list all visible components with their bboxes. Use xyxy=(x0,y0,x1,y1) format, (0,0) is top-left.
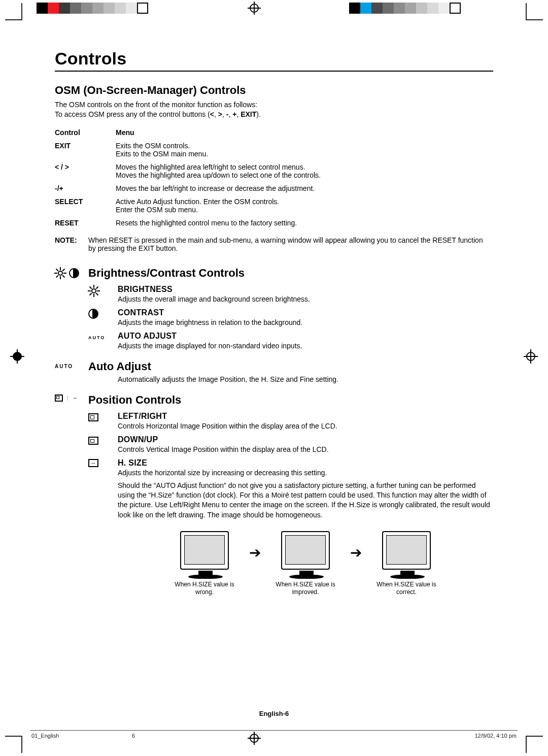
row-menu: Exits the OSM controls. Exits to the OSM… xyxy=(116,142,493,158)
monitor-icon xyxy=(281,531,330,570)
sub-contrast: CONTRAST Adjusts the image brightness in… xyxy=(88,308,493,326)
note-text: When RESET is pressed in the main and su… xyxy=(88,236,493,252)
row-menu: Active Auto Adjust function. Enter the O… xyxy=(116,198,493,214)
table-row: EXIT Exits the OSM controls. Exits to th… xyxy=(55,142,493,158)
osm-note: NOTE: When RESET is pressed in the main … xyxy=(55,236,493,252)
down-up-icon xyxy=(88,437,98,445)
auto-icon: AUTO xyxy=(55,364,73,369)
row-control: < / > xyxy=(55,163,116,179)
fig-caption: When H.SIZE value is improved. xyxy=(270,581,341,596)
section-title: Brightness/Contrast Controls xyxy=(88,267,493,280)
sub-desc: Controls Vertical Image Position within … xyxy=(118,445,493,453)
table-row: -/+ Moves the bar left/right to increase… xyxy=(55,184,493,192)
table-row: SELECT Active Auto Adjust function. Ente… xyxy=(55,198,493,214)
table-row: < / > Moves the highlighted area left/ri… xyxy=(55,163,493,179)
sub-auto-adjust: AUTO AUTO ADJUST Adjusts the image displ… xyxy=(88,332,493,350)
crop-mark xyxy=(526,736,543,753)
contrast-icon xyxy=(69,268,79,278)
sub-desc: Adjusts the image brightness in relation… xyxy=(118,318,493,326)
sub-desc: Adjusts the horizontal size by increasin… xyxy=(118,469,493,477)
page-number: English-6 xyxy=(0,710,548,717)
registration-cross-icon xyxy=(248,732,261,745)
table-row: RESET Resets the highlighted control men… xyxy=(55,219,493,227)
sub-title: AUTO ADJUST xyxy=(118,332,493,341)
monitor-icon xyxy=(180,531,229,570)
hsize-icon: ↔ xyxy=(88,459,98,467)
hsize-fig-improved: When H.SIZE value is improved. xyxy=(270,531,341,596)
sub-title: LEFT/RIGHT xyxy=(118,412,493,421)
contrast-icon xyxy=(88,309,98,319)
left-right-icon xyxy=(88,413,98,421)
auto-icon: AUTO xyxy=(88,335,105,340)
crop-mark xyxy=(5,736,22,753)
osm-section-title: OSM (On-Screen-Manager) Controls xyxy=(55,84,493,97)
print-registration-strip xyxy=(0,0,548,18)
registration-mark-icon xyxy=(524,349,538,364)
hsize-fig-wrong: When H.SIZE value is wrong. xyxy=(169,531,240,596)
row-control: -/+ xyxy=(55,184,116,192)
meta-pagenum: 6 xyxy=(132,733,135,739)
sub-down-up: DOWN/UP Controls Vertical Image Position… xyxy=(88,435,493,453)
brightness-icon xyxy=(55,268,66,279)
row-control: RESET xyxy=(55,219,116,227)
row-menu: Moves the highlighted area left/right to… xyxy=(116,163,493,179)
section-auto-adjust: AUTO Auto Adjust Automatically adjusts t… xyxy=(55,360,493,383)
row-control: EXIT xyxy=(55,142,116,158)
sub-hsize: ↔ H. SIZE Adjusts the horizontal size by… xyxy=(88,458,493,596)
section-position: ⋮↔ Position Controls LEFT/RIGHT Controls… xyxy=(55,393,493,596)
page-title: Controls xyxy=(55,49,493,72)
auto-body: Automatically adjusts the Image Position… xyxy=(88,374,493,383)
print-meta-footer: 01_English 6 12/9/02, 4:10 pm xyxy=(30,730,518,741)
meta-datetime: 12/9/02, 4:10 pm xyxy=(474,733,517,739)
osm-intro-line2: To access OSM press any of the control b… xyxy=(55,110,493,119)
registration-cross-icon xyxy=(248,2,261,15)
col-control: Control xyxy=(55,128,116,137)
meta-filename: 01_English xyxy=(31,733,59,739)
sub-desc: Adjusts the image displayed for non-stan… xyxy=(118,342,493,350)
monitor-icon xyxy=(382,531,431,570)
arrow-right-icon: ➔ xyxy=(249,544,261,561)
fig-caption: When H.SIZE value is correct. xyxy=(371,581,442,596)
sub-desc: Controls Horizontal Image Position withi… xyxy=(118,422,493,430)
sub-desc: Adjusts the overall image and background… xyxy=(118,295,493,303)
section-title: Position Controls xyxy=(88,393,493,407)
sub-brightness: BRIGHTNESS Adjusts the overall image and… xyxy=(88,285,493,303)
section-brightness-contrast: Brightness/Contrast Controls BRIGHTNESS … xyxy=(55,267,493,350)
crop-mark xyxy=(5,3,22,20)
section-title: Auto Adjust xyxy=(88,360,493,373)
crop-mark xyxy=(526,3,543,20)
osm-control-table: Control Menu EXIT Exits the OSM controls… xyxy=(55,128,493,227)
table-header: Control Menu xyxy=(55,128,493,137)
row-menu: Resets the highlighted control menu to t… xyxy=(116,219,493,227)
hsize-illustration: When H.SIZE value is wrong. ➔ When H.SIZ… xyxy=(118,531,493,596)
row-menu: Moves the bar left/right to increase or … xyxy=(116,184,493,192)
position-icon: ⋮↔ xyxy=(55,395,88,402)
osm-intro: The OSM controls on the front of the mon… xyxy=(55,100,493,119)
registration-mark-icon xyxy=(10,349,24,364)
arrow-right-icon: ➔ xyxy=(350,544,362,561)
sub-desc2: Should the “AUTO Adjust function” do not… xyxy=(118,481,493,520)
sub-title: H. SIZE xyxy=(118,458,493,468)
row-control: SELECT xyxy=(55,198,116,214)
section-desc: Automatically adjusts the Image Position… xyxy=(118,375,493,383)
note-label: NOTE: xyxy=(55,236,88,252)
brightness-icon xyxy=(88,285,99,297)
sub-left-right: LEFT/RIGHT Controls Horizontal Image Pos… xyxy=(88,412,493,430)
sub-title: BRIGHTNESS xyxy=(118,285,493,294)
sub-title: CONTRAST xyxy=(118,308,493,317)
sub-title: DOWN/UP xyxy=(118,435,493,444)
hsize-fig-correct: When H.SIZE value is correct. xyxy=(371,531,442,596)
col-menu: Menu xyxy=(116,128,493,137)
fig-caption: When H.SIZE value is wrong. xyxy=(169,581,240,596)
osm-intro-line1: The OSM controls on the front of the mon… xyxy=(55,100,493,110)
